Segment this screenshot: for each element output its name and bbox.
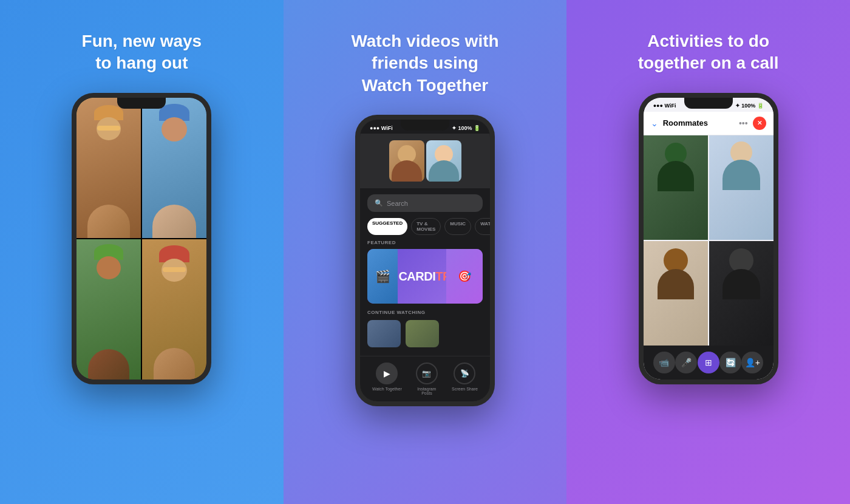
screen-share-label: Screen Share <box>452 387 478 391</box>
flip-camera-button[interactable]: 🔄 <box>719 352 741 373</box>
tabs-row: SUGGESTED TV & MOVIES MUSIC WATC <box>360 218 490 235</box>
call-cell-participant-3 <box>644 241 708 346</box>
right-panel-title: Activities to dotogether on a call <box>620 30 797 75</box>
left-panel: Fun, new waysto hang out <box>0 0 284 504</box>
close-call-button[interactable]: ✕ <box>753 117 766 130</box>
center-panel: Watch videos withfriends usingWatch Toge… <box>284 0 567 504</box>
mic-toggle-button[interactable]: 🎤 <box>675 352 697 373</box>
video-cell-4 <box>142 239 206 380</box>
mic-icon: 🎤 <box>681 358 692 367</box>
battery-icon: ✦ 100% 🔋 <box>452 125 480 131</box>
chevron-down-icon[interactable]: ⌄ <box>651 118 658 128</box>
call-participant-grid <box>644 135 773 346</box>
left-phone-screen <box>76 98 206 380</box>
instagram-posts-button[interactable]: 📷 Instagram Posts <box>412 363 442 395</box>
featured-label: FEATURED <box>360 240 490 245</box>
tab-watch[interactable]: WATC <box>475 218 490 235</box>
camera-toggle-button[interactable]: 📹 <box>653 352 675 373</box>
signal-icon: ●●● WiFi <box>370 125 393 131</box>
watch-together-screen: ●●● WiFi 9:41 AM ✦ 100% 🔋 <box>360 120 490 401</box>
right-panel: Activities to dotogether on a call ●●● W… <box>566 0 850 504</box>
center-phone: ●●● WiFi 9:41 AM ✦ 100% 🔋 <box>355 115 495 406</box>
continue-thumb-2[interactable] <box>406 320 439 347</box>
search-bar[interactable]: 🔍 Search <box>367 194 483 212</box>
phone-notch-center <box>401 120 449 131</box>
watch-together-button[interactable]: ▶ Watch Together <box>372 363 402 395</box>
left-panel-title: Fun, new waysto hang out <box>64 30 220 75</box>
watch-together-label: Watch Together <box>372 387 402 391</box>
call-cell-participant-1 <box>644 135 708 240</box>
activities-icon: ⊞ <box>705 358 712 367</box>
camera-icon: 📹 <box>659 358 669 367</box>
right-signal-icon: ●●● WiFi <box>653 103 676 109</box>
bottom-activity-icons: ▶ Watch Together 📷 Instagram Posts 📡 <box>360 356 490 401</box>
phone-notch-right <box>684 98 733 109</box>
call-cell-participant-4 <box>709 241 773 346</box>
featured-banner[interactable]: 🎬 CARDI TRIES 🎯 <box>367 249 483 304</box>
add-person-icon: 👤+ <box>745 358 760 367</box>
phone-notch-left <box>117 98 166 109</box>
continue-watching-row <box>360 320 490 347</box>
add-person-button[interactable]: 👤+ <box>741 352 763 373</box>
right-phone-screen: ●●● WiFi 9:41 AM ✦ 100% 🔋 ⌄ Roommates ••… <box>644 98 773 380</box>
search-icon: 🔍 <box>375 199 383 207</box>
call-room-title: Roommates <box>663 118 734 128</box>
video-cell-3 <box>76 239 141 380</box>
tab-suggested[interactable]: SUGGESTED <box>367 218 407 235</box>
video-grid <box>76 98 206 380</box>
video-cell-2 <box>142 98 206 238</box>
tab-tv-movies[interactable]: TV & MOVIES <box>411 218 441 235</box>
video-preview <box>360 134 490 188</box>
instagram-label: Instagram Posts <box>412 387 442 395</box>
left-phone <box>72 93 211 384</box>
call-cell-participant-2 <box>709 135 773 240</box>
call-header: ⌄ Roommates ••• ✕ <box>644 112 773 135</box>
right-phone: ●●● WiFi 9:41 AM ✦ 100% 🔋 ⌄ Roommates ••… <box>639 93 778 384</box>
search-placeholder: Search <box>387 200 408 207</box>
continue-thumb-1[interactable] <box>367 320 401 347</box>
call-bottom-bar: 📹 🎤 ⊞ 🔄 👤+ <box>644 346 773 380</box>
continue-watching-label: CONTINUE WATCHING <box>360 310 490 315</box>
video-cell-1 <box>76 98 141 238</box>
center-phone-screen: ●●● WiFi 9:41 AM ✦ 100% 🔋 <box>360 120 490 401</box>
right-battery: ✦ 100% 🔋 <box>735 103 764 109</box>
flip-icon: 🔄 <box>726 358 736 367</box>
tab-music[interactable]: MUSIC <box>444 218 471 235</box>
screen-share-button[interactable]: 📡 Screen Share <box>452 363 478 395</box>
more-options-icon[interactable]: ••• <box>739 118 748 128</box>
roommates-screen: ●●● WiFi 9:41 AM ✦ 100% 🔋 ⌄ Roommates ••… <box>644 98 773 380</box>
center-panel-title: Watch videos withfriends usingWatch Toge… <box>333 30 517 97</box>
activities-button[interactable]: ⊞ <box>698 352 719 373</box>
